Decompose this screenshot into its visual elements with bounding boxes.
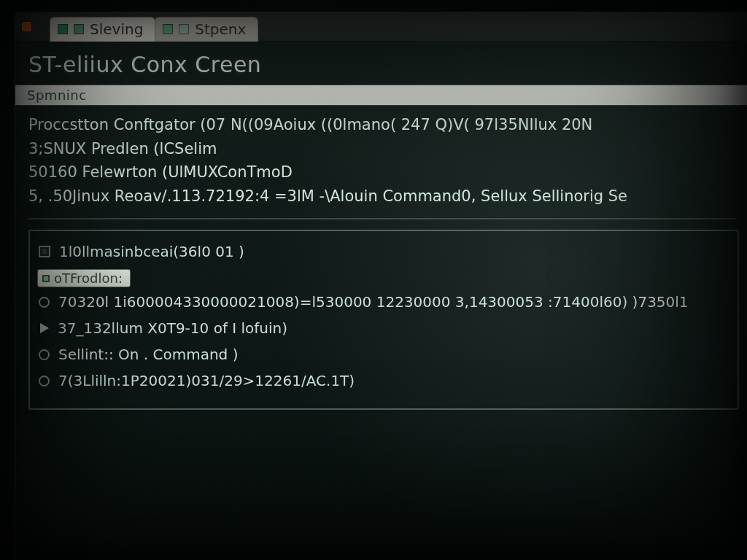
filter-chip[interactable]: oTFrodlon: xyxy=(37,269,131,287)
output-line: 3;SNUX Predlen (lCSelim xyxy=(28,137,736,161)
checkbox-icon[interactable] xyxy=(39,246,50,257)
tab-inactive[interactable]: Stpenx xyxy=(155,17,258,42)
tab-label: Sleving xyxy=(90,20,143,38)
tree-item-label: 37_132llum X0T9-10 of I lofuin) xyxy=(58,319,287,337)
section-label: Spmninc xyxy=(27,88,87,103)
page-title: ST-eliiux Conx Creen xyxy=(15,42,747,85)
tabstrip: Sleving Stpenx xyxy=(50,12,258,42)
radio-icon[interactable] xyxy=(39,297,50,308)
divider xyxy=(28,218,736,219)
output-line: 5, .50Jinux Reoav/.113.72192:4 =3lM -\Al… xyxy=(28,184,736,209)
close-icon[interactable] xyxy=(21,21,32,32)
tab-icon xyxy=(58,24,68,34)
tree-item-label: 7(3Llilln:1P20021)031/29>12261/AC.1T) xyxy=(58,372,355,389)
section-bar: Spmninc xyxy=(15,85,747,106)
chip-label: oTFrodlon: xyxy=(54,271,123,286)
tree-header[interactable]: 1l0llmasinbceai(36l0 01 ) xyxy=(37,238,730,265)
radio-icon[interactable] xyxy=(39,376,50,386)
titlebar: Sleving Stpenx xyxy=(15,12,747,42)
tree-header-label: 1l0llmasinbceai(36l0 01 ) xyxy=(59,243,244,260)
output-line: Proccstton Conftgator (07 N((09Aoiux ((0… xyxy=(28,113,736,137)
tree-panel: 1l0llmasinbceai(36l0 01 ) oTFrodlon: 703… xyxy=(28,230,739,410)
tree-item[interactable]: 70320l 1i600004330000021008)=l530000 122… xyxy=(37,289,730,315)
chip-icon xyxy=(42,275,50,282)
expand-icon[interactable] xyxy=(40,323,49,333)
tree-item-label: Sellint:: On . Command ) xyxy=(58,346,238,363)
tree-item[interactable]: 37_132llum X0T9-10 of I lofuin) xyxy=(37,315,730,341)
tab-icon xyxy=(179,24,189,34)
tab-icon xyxy=(74,24,84,34)
output-line: 50160 Felewrton (UlMUXConTmoD xyxy=(28,160,736,184)
radio-icon[interactable] xyxy=(39,349,50,360)
terminal-window: Sleving Stpenx ST-eliiux Conx Creen Spmn… xyxy=(15,12,747,560)
tab-label: Stpenx xyxy=(195,20,246,38)
tree-item[interactable]: Sellint:: On . Command ) xyxy=(37,341,730,368)
tree-item[interactable]: 7(3Llilln:1P20021)031/29>12261/AC.1T) xyxy=(37,368,730,394)
tab-active[interactable]: Sleving xyxy=(50,17,155,42)
tab-icon xyxy=(163,24,173,34)
output-block: Proccstton Conftgator (07 N((09Aoiux ((0… xyxy=(15,106,747,208)
tree-item-label: 70320l 1i600004330000021008)=l530000 122… xyxy=(58,293,689,311)
